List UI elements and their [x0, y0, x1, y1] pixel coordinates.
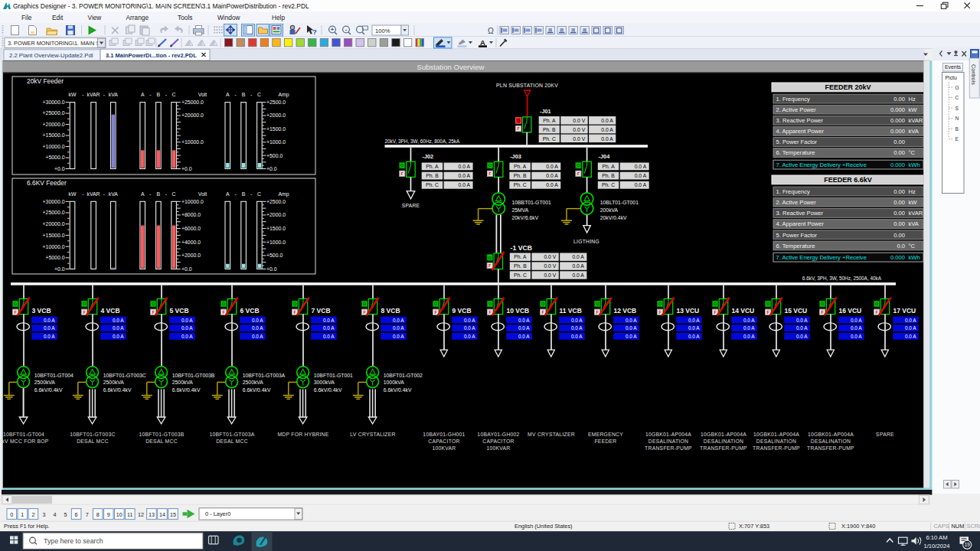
svg-text:+2000.0: +2000.0 [266, 212, 286, 217]
svg-text:2500kVA: 2500kVA [243, 380, 264, 385]
svg-text:5. Power Factor: 5. Power Factor [776, 232, 818, 239]
svg-text:3: 3 [42, 511, 45, 518]
svg-text:0.00: 0.00 [893, 210, 905, 217]
svg-text:O: O [363, 302, 367, 306]
svg-text:C: C [257, 92, 261, 97]
svg-text:F: F [293, 310, 296, 315]
svg-text:10BLT01-GT001: 10BLT01-GT001 [600, 200, 639, 205]
svg-text:9 VCB: 9 VCB [452, 307, 472, 315]
svg-text:0.0 A: 0.0 A [464, 334, 475, 339]
svg-text:10BAY01-GH001: 10BAY01-GH001 [423, 432, 465, 437]
svg-text:F: F [14, 310, 17, 315]
svg-text:F: F [83, 310, 86, 315]
svg-text:6.6kV/0.4kV: 6.6kV/0.4kV [34, 387, 63, 393]
svg-text:LIGTHING: LIGTHING [573, 239, 599, 244]
svg-text:N: N [956, 116, 959, 121]
svg-text:0.0: 0.0 [897, 243, 905, 249]
svg-text:0.0 V: 0.0 V [544, 272, 556, 278]
svg-text:F: F [714, 310, 717, 315]
svg-text:1000kVA: 1000kVA [384, 380, 405, 385]
svg-text:15: 15 [170, 511, 176, 518]
svg-text:+1500.0: +1500.0 [266, 126, 286, 132]
svg-text:CAPACITOR: CAPACITOR [482, 439, 514, 444]
svg-text:0.0 A: 0.0 A [181, 318, 193, 323]
svg-text:10BFT01-GT003C: 10BFT01-GT003C [103, 373, 146, 378]
svg-text:10GBK01-AP004A: 10GBK01-AP004A [808, 432, 854, 437]
svg-text:B: B [956, 126, 959, 132]
svg-text:kVAR: kVAR [87, 92, 100, 97]
svg-text:0.0 A: 0.0 A [459, 182, 471, 187]
svg-text:O: O [821, 302, 825, 306]
svg-text:0.0 A: 0.0 A [571, 334, 583, 339]
svg-text:0.00: 0.00 [893, 96, 905, 103]
svg-text:0.0 A: 0.0 A [518, 334, 530, 339]
svg-text:0.0 A: 0.0 A [635, 164, 647, 169]
svg-text:0.0 A: 0.0 A [518, 318, 530, 323]
svg-text:F: F [222, 310, 225, 315]
svg-text:10BFT01-GT002: 10BFT01-GT002 [384, 373, 423, 378]
svg-text:3. Reactive Power: 3. Reactive Power [776, 210, 824, 217]
svg-text:FEEDER 20kV: FEEDER 20kV [825, 83, 871, 91]
svg-text:kVA: kVA [109, 92, 119, 97]
svg-text:+8000.0: +8000.0 [181, 212, 201, 217]
svg-text:0.0 A: 0.0 A [323, 334, 335, 339]
svg-text:F: F [541, 310, 544, 315]
svg-text:kVAR: kVAR [87, 191, 100, 197]
svg-text:6.6kV, 3PH, 3W, 50Hz, 2500A, 4: 6.6kV, 3PH, 3W, 50Hz, 2500A, 40kA [802, 276, 882, 281]
svg-text:0.000: 0.000 [890, 254, 905, 261]
svg-text:5. Power Factor: 5. Power Factor [776, 139, 818, 145]
svg-text:8: 8 [96, 511, 100, 518]
svg-text:kVA: kVA [909, 128, 920, 135]
svg-text:0.000: 0.000 [890, 106, 905, 113]
svg-text:0: 0 [10, 511, 13, 518]
svg-text:DESAL MCC: DESAL MCC [216, 439, 248, 444]
svg-text:6. Temperature: 6. Temperature [776, 149, 815, 156]
svg-text:DESALINATION: DESALINATION [648, 439, 688, 444]
svg-text:-: - [250, 191, 252, 197]
svg-text:0.0 A: 0.0 A [546, 182, 558, 187]
svg-text:PLN SUBSTATION 20KV: PLN SUBSTATION 20KV [496, 83, 558, 88]
svg-text:0.0 A: 0.0 A [181, 334, 193, 339]
svg-text:O: O [766, 302, 770, 306]
svg-text:+2500.0: +2500.0 [266, 99, 286, 105]
svg-text:kW: kW [909, 106, 918, 113]
svg-text:F: F [434, 310, 437, 315]
svg-text:10: 10 [116, 511, 122, 518]
svg-text:DESALINATION: DESALINATION [704, 439, 743, 444]
svg-text:7: 7 [86, 511, 89, 518]
svg-text:16 VCU: 16 VCU [839, 307, 862, 315]
svg-text:B: B [242, 191, 246, 197]
svg-text:1. Frequency: 1. Frequency [776, 188, 811, 195]
svg-text:S: S [956, 106, 959, 111]
svg-text:0 - Layer0: 0 - Layer0 [205, 510, 230, 517]
svg-text:20kV/0.4kV: 20kV/0.4kV [600, 215, 627, 220]
svg-text:0.0 A: 0.0 A [743, 318, 755, 323]
svg-text:1. Frequency: 1. Frequency [776, 96, 811, 103]
svg-text:F: F [875, 310, 878, 315]
svg-text:F: F [517, 126, 520, 131]
svg-text:0.0 A: 0.0 A [518, 325, 530, 331]
svg-text:0.0 A: 0.0 A [743, 325, 755, 331]
svg-text:25MVA: 25MVA [512, 207, 529, 213]
svg-text:O: O [152, 302, 155, 306]
svg-text:20kV/6.6kV: 20kV/6.6kV [512, 215, 539, 220]
svg-text:0.0 A: 0.0 A [459, 173, 471, 178]
svg-text:6.6kV/0.4kV: 6.6kV/0.4kV [384, 387, 412, 393]
svg-text:O: O [14, 302, 18, 306]
svg-text:6. Temperature: 6. Temperature [776, 243, 815, 249]
svg-text:C: C [172, 92, 176, 97]
svg-text:2500kVA: 2500kVA [34, 380, 56, 385]
svg-text:0.0 A: 0.0 A [626, 318, 637, 323]
svg-text:0.000: 0.000 [890, 128, 905, 135]
svg-text:O: O [83, 302, 87, 306]
svg-text:kVAR: kVAR [909, 117, 923, 124]
svg-text:0.0 A: 0.0 A [464, 325, 475, 331]
svg-text:+0.0: +0.0 [181, 166, 192, 171]
svg-text:B: B [157, 92, 161, 97]
svg-text:Ph. C: Ph. C [602, 182, 615, 187]
svg-text:LV CRYSTALIZER: LV CRYSTALIZER [350, 432, 395, 437]
svg-text:2500kVA: 2500kVA [172, 380, 194, 385]
svg-text:10GBK01-AP004A: 10GBK01-AP004A [645, 432, 691, 437]
svg-text:6.6kV/0.4kV: 6.6kV/0.4kV [103, 387, 132, 393]
svg-text:-: - [250, 92, 252, 97]
